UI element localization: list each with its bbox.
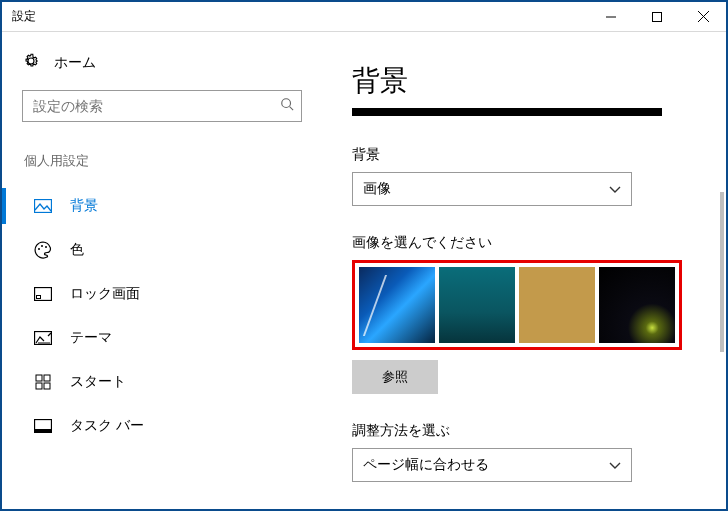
- scrollbar[interactable]: [720, 192, 724, 352]
- svg-point-7: [38, 248, 40, 250]
- choose-image-label: 画像を選んでください: [352, 234, 696, 252]
- sidebar-item-label: ロック画面: [70, 285, 140, 303]
- theme-icon: [34, 331, 52, 345]
- page-rule: [352, 108, 662, 116]
- titlebar: 設定: [2, 2, 726, 32]
- sidebar-item-label: テーマ: [70, 329, 112, 347]
- window-title: 設定: [2, 8, 36, 25]
- svg-rect-13: [36, 375, 42, 381]
- search-input[interactable]: [22, 90, 302, 122]
- svg-rect-11: [37, 296, 41, 299]
- wallpaper-thumb-3[interactable]: [519, 267, 595, 343]
- window-body: ホーム 個人用設定 背景: [2, 32, 726, 509]
- maximize-icon: [652, 12, 662, 22]
- sidebar-item-label: スタート: [70, 373, 126, 391]
- search-icon: [280, 97, 294, 115]
- window-controls: [588, 2, 726, 31]
- wallpaper-thumb-4[interactable]: [599, 267, 675, 343]
- svg-line-5: [290, 107, 294, 111]
- settings-window: 設定 ホーム: [0, 0, 728, 511]
- svg-rect-16: [44, 383, 50, 389]
- svg-rect-14: [44, 375, 50, 381]
- svg-point-8: [41, 245, 43, 247]
- svg-rect-15: [36, 383, 42, 389]
- dropdown-value: ページ幅に合わせる: [363, 456, 489, 474]
- sidebar-item-taskbar[interactable]: タスク バー: [2, 404, 322, 448]
- sidebar-item-label: 背景: [70, 197, 98, 215]
- picture-icon: [34, 199, 52, 213]
- sidebar-item-themes[interactable]: テーマ: [2, 316, 322, 360]
- content-area: 背景 背景 画像 画像を選んでください 参照 調整方法を選ぶ ページ幅に合わせる: [322, 32, 726, 509]
- gear-icon: [22, 52, 40, 74]
- sidebar-nav: 背景 色 ロック画面: [22, 184, 302, 448]
- maximize-button[interactable]: [634, 2, 680, 31]
- palette-icon: [34, 241, 52, 259]
- browse-button[interactable]: 参照: [352, 360, 438, 394]
- sidebar-item-start[interactable]: スタート: [2, 360, 322, 404]
- sidebar: ホーム 個人用設定 背景: [2, 32, 322, 509]
- svg-rect-1: [653, 12, 662, 21]
- minimize-button[interactable]: [588, 2, 634, 31]
- home-nav[interactable]: ホーム: [22, 52, 302, 74]
- close-button[interactable]: [680, 2, 726, 31]
- taskbar-icon: [34, 419, 52, 433]
- sidebar-item-background[interactable]: 背景: [2, 184, 322, 228]
- dropdown-value: 画像: [363, 180, 391, 198]
- wallpaper-thumb-1[interactable]: [359, 267, 435, 343]
- sidebar-item-label: 色: [70, 241, 84, 259]
- minimize-icon: [606, 12, 616, 22]
- svg-rect-6: [35, 200, 52, 213]
- sidebar-item-label: タスク バー: [70, 417, 144, 435]
- background-dropdown[interactable]: 画像: [352, 172, 632, 206]
- svg-point-9: [45, 246, 47, 248]
- close-icon: [698, 11, 709, 22]
- page-title: 背景: [352, 62, 696, 100]
- wallpaper-thumb-2[interactable]: [439, 267, 515, 343]
- background-label: 背景: [352, 146, 696, 164]
- sidebar-item-colors[interactable]: 色: [2, 228, 322, 272]
- svg-rect-18: [35, 429, 52, 433]
- sidebar-section-header: 個人用設定: [22, 148, 302, 184]
- svg-point-4: [282, 99, 291, 108]
- chevron-down-icon: [609, 457, 621, 473]
- image-thumbnails-highlight: [352, 260, 682, 350]
- chevron-down-icon: [609, 181, 621, 197]
- home-label: ホーム: [54, 54, 96, 72]
- search-field[interactable]: [22, 90, 302, 122]
- start-icon: [34, 374, 52, 390]
- fit-label: 調整方法を選ぶ: [352, 422, 696, 440]
- lockscreen-icon: [34, 287, 52, 301]
- fit-dropdown[interactable]: ページ幅に合わせる: [352, 448, 632, 482]
- sidebar-item-lockscreen[interactable]: ロック画面: [2, 272, 322, 316]
